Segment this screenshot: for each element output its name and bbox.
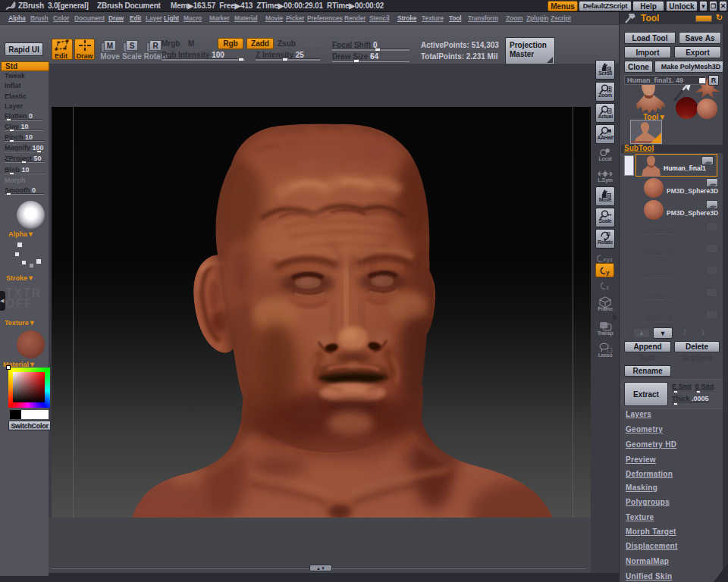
svg-text:y: y — [605, 269, 609, 276]
svg-text:xyz: xyz — [603, 256, 613, 263]
svg-text:z: z — [606, 284, 609, 291]
